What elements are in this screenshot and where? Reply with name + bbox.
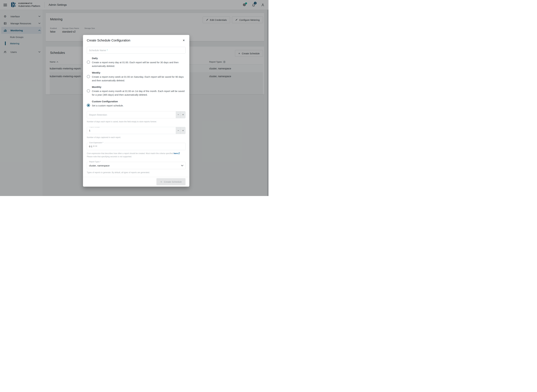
report-retention-hint: Number of days each report is saved, lea… — [87, 120, 185, 123]
external-link-icon — [178, 152, 180, 155]
schedule-option-monthly: Monthly Create a report every month at 0… — [87, 86, 185, 97]
report-retention-input[interactable]: Report Retention − + — [87, 111, 185, 118]
schedule-name-input[interactable]: Schedule Name * — [87, 47, 185, 54]
create-schedule-modal: Create Schedule Configuration ✕ Schedule… — [83, 35, 189, 187]
report-retention-group: Report Retention − + Number of days each… — [87, 111, 185, 123]
retention-decrement-button[interactable]: − — [176, 111, 181, 118]
schedule-option-custom: Custom Configuration Set a custom report… — [87, 100, 185, 107]
scope-decrement-button[interactable]: − — [176, 127, 181, 134]
radio-monthly[interactable] — [87, 89, 90, 93]
cron-expression-group: Cron Expression * 0 1 * * * Cron express… — [87, 143, 185, 158]
report-scope-group: Report Scope * 1 − + Number of days capt… — [87, 127, 185, 139]
report-scope-input[interactable]: Report Scope * 1 − + — [87, 127, 185, 134]
report-types-group: Report Types * cluster, namespace Types … — [87, 162, 185, 174]
modal-title: Create Schedule Configuration — [87, 39, 130, 42]
cron-expression-hint: Cron expression that describes how often… — [87, 152, 185, 158]
plus-icon: + — [160, 180, 162, 183]
schedule-option-daily: Daily Create a report every day at 01:00… — [87, 57, 185, 68]
cron-expression-input[interactable]: Cron Expression * 0 1 * * * — [87, 143, 185, 150]
report-types-select[interactable]: Report Types * cluster, namespace — [87, 162, 185, 169]
required-marker: * — [107, 49, 108, 51]
modal-footer: + Create Schedule — [83, 177, 189, 187]
scope-increment-button[interactable]: + — [181, 127, 185, 134]
schedule-name-placeholder: Schedule Name — [89, 49, 106, 52]
report-scope-hint: Number of days captured in each report. — [87, 136, 185, 139]
chevron-down-icon — [181, 165, 183, 166]
close-icon[interactable]: ✕ — [182, 38, 185, 42]
retention-increment-button[interactable]: + — [181, 111, 185, 118]
modal-create-schedule-button[interactable]: + Create Schedule — [157, 178, 185, 185]
cron-docs-link[interactable]: here — [174, 152, 180, 154]
page: KUBERMATIC Kubernetes Platform Admin Set… — [0, 0, 268, 196]
radio-custom-configuration[interactable] — [87, 104, 90, 107]
report-types-hint: Types of reports to generate. By default… — [87, 171, 185, 174]
schedule-option-weekly: Weekly Create a report every week at 01:… — [87, 71, 185, 82]
radio-weekly[interactable] — [87, 75, 90, 78]
radio-daily[interactable] — [87, 61, 90, 64]
